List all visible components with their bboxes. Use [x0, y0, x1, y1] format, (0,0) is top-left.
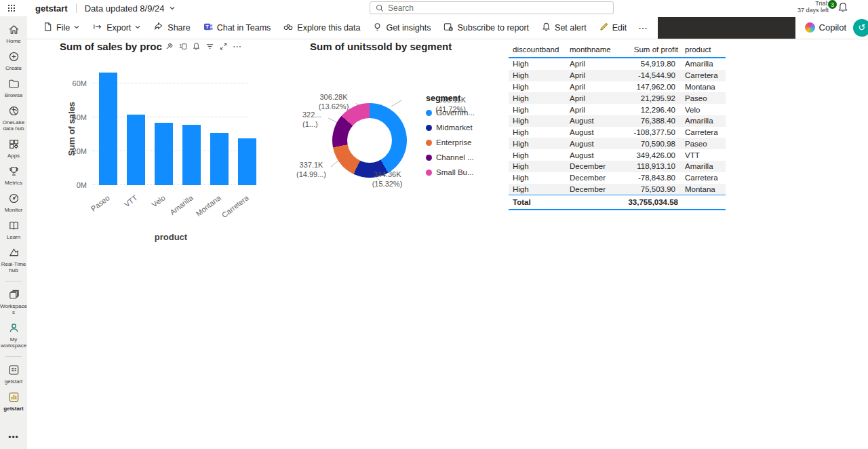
table-visual[interactable]: discountbandmonthnameSum of profitproduc…: [509, 41, 726, 231]
column-header-product[interactable]: product: [681, 41, 723, 57]
menu-item-label: File: [56, 23, 70, 33]
table-row[interactable]: HighAugust76,388.40Amarilla: [509, 115, 726, 127]
table-row[interactable]: HighApril147,962.00Montana: [509, 81, 726, 93]
legend-label: Channel ...: [436, 153, 474, 161]
bar-montana[interactable]: [210, 133, 229, 186]
sidebar-item-getstart[interactable]: getstart: [0, 391, 27, 412]
table-cell: High: [509, 115, 566, 127]
table-row[interactable]: HighAugust70,590.98Paseo: [509, 138, 726, 149]
menu-item-get-insights[interactable]: Get insights: [366, 18, 437, 37]
left-nav-sidebar: HomeCreateBrowseOneLake data hubAppsMetr…: [0, 16, 27, 449]
account-avatar[interactable]: ↺: [853, 19, 868, 37]
bar-chart-title: Sum of sales by proc: [60, 41, 162, 52]
sidebar-item-learn[interactable]: Learn: [0, 219, 27, 240]
table-row[interactable]: HighAugust349,426.00VTT: [509, 149, 726, 161]
column-header-monthname[interactable]: monthname: [566, 41, 616, 57]
report-name[interactable]: getstart: [35, 3, 68, 14]
table-row[interactable]: HighApril21,295.92Paseo: [509, 92, 726, 104]
sidebar-item-home[interactable]: Home: [0, 23, 27, 44]
menu-item-edit[interactable]: Edit: [593, 18, 633, 37]
workspaces-icon: [7, 288, 20, 301]
bar-velo[interactable]: [155, 123, 173, 186]
table-row[interactable]: HighApril54,919.80Amarilla: [509, 58, 726, 70]
sidebar-item-create[interactable]: Create: [0, 50, 27, 71]
bar-amarilla[interactable]: [182, 125, 201, 186]
donut-chart-visual[interactable]: Sum of unitssold by segment 938.11K (41.…: [298, 41, 509, 203]
sidebar-more-button[interactable]: •••: [8, 433, 19, 442]
pin-icon[interactable]: [165, 42, 174, 51]
menu-item-set-alert[interactable]: Set alert: [535, 18, 593, 37]
sidebar-item-getstart[interactable]: getstart: [0, 364, 27, 385]
bar-paseo[interactable]: [99, 73, 117, 185]
sidebar-item-onelake-data-hub[interactable]: OneLake data hub: [0, 104, 27, 132]
menu-item-label: Share: [167, 23, 190, 33]
sidebar-item-label: Real-Time hub: [0, 261, 27, 273]
copilot-icon: [805, 22, 815, 33]
notification-count-badge: 3: [828, 0, 837, 9]
table-cell: High: [509, 104, 566, 115]
sidebar-item-label: Workspaces: [0, 303, 27, 315]
menu-item-export[interactable]: Export: [86, 18, 147, 37]
legend-item-enterprise[interactable]: Enterprise: [426, 138, 507, 147]
table-row[interactable]: HighAugust-108,377.50Carretera: [509, 127, 726, 138]
sidebar-item-metrics[interactable]: Metrics: [0, 165, 27, 186]
table-cell: Velo: [681, 104, 723, 115]
bar-carretera[interactable]: [238, 138, 256, 186]
table-row[interactable]: HighDecember75,503.90Montana: [509, 184, 726, 195]
search-icon: [376, 4, 384, 12]
sidebar-item-my-workspace[interactable]: My workspace: [0, 321, 27, 349]
notifications-button[interactable]: 3: [837, 1, 850, 15]
report-action-bar: FileExportShareTChat in TeamsExplore thi…: [27, 16, 868, 39]
data-updated-menu[interactable]: Data updated 8/9/24: [85, 3, 176, 14]
menu-item-share[interactable]: Share: [147, 18, 196, 37]
legend-color-dot: [426, 170, 432, 176]
more-options-icon[interactable]: ⋯: [233, 41, 242, 52]
create-icon: [7, 50, 20, 63]
table-cell: High: [509, 172, 566, 184]
menu-item-explore-this-data[interactable]: Explore this data: [277, 18, 366, 37]
sidebar-item-monitor[interactable]: Monitor: [0, 192, 27, 213]
table-cell: Montana: [681, 184, 723, 195]
menu-item-file[interactable]: File: [37, 18, 86, 37]
app-launcher-button[interactable]: [0, 1, 23, 16]
copy-visual-icon[interactable]: 1: [178, 42, 187, 51]
bar-vtt[interactable]: [127, 115, 145, 185]
filter-icon[interactable]: [205, 42, 214, 51]
donut-ring[interactable]: [332, 103, 407, 178]
table-cell: Carretera: [681, 172, 723, 184]
menu-item-label: Subscribe to report: [457, 23, 529, 33]
legend-item-channel-partners[interactable]: Channel ...: [426, 153, 507, 161]
sidebar-item-label: Metrics: [0, 180, 27, 186]
search-input[interactable]: [388, 3, 578, 13]
column-header-sum-of-profit[interactable]: Sum of profit: [616, 41, 681, 57]
total-label: Total: [509, 195, 566, 209]
bell-icon: [541, 22, 551, 34]
bell-icon: [837, 1, 849, 14]
dark-overlay-block: [658, 17, 795, 39]
copilot-button[interactable]: Copilot: [795, 22, 853, 33]
table-cell: Paseo: [681, 92, 723, 104]
table-row[interactable]: HighApril12,296.40Velo: [509, 104, 726, 115]
monitor-icon: [7, 192, 20, 205]
menu-item-chat-in-teams[interactable]: TChat in Teams: [197, 18, 277, 37]
focus-mode-icon[interactable]: [219, 42, 228, 51]
menu-item-subscribe-to-report[interactable]: Subscribe to report: [437, 18, 535, 37]
sidebar-item-real-time-hub[interactable]: Real-Time hub: [0, 246, 27, 273]
sidebar-item-label: getstart: [0, 378, 27, 385]
sidebar-item-workspaces[interactable]: Workspaces: [0, 288, 27, 315]
alert-bell-icon[interactable]: [192, 42, 201, 51]
table-row[interactable]: HighApril-14,544.90Carretera: [509, 70, 726, 81]
table-row[interactable]: HighDecember-78,843.80Carretera: [509, 172, 726, 184]
legend-item-midmarket[interactable]: Midmarket: [426, 123, 507, 132]
legend-item-government[interactable]: Governm...: [426, 109, 507, 117]
sidebar-item-browse[interactable]: Browse: [0, 77, 27, 98]
legend-item-small-business[interactable]: Small Bu...: [426, 168, 507, 176]
table-row[interactable]: HighDecember118,913.10Amarilla: [509, 161, 726, 172]
sidebar-item-apps[interactable]: Apps: [0, 138, 27, 159]
column-header-discountband[interactable]: discountband: [509, 41, 566, 57]
table-cell: 147,962.00: [616, 81, 681, 93]
menu-more-options-button[interactable]: ⋯: [633, 22, 654, 33]
table-header-row[interactable]: discountbandmonthnameSum of profitproduc…: [509, 41, 726, 58]
search-box[interactable]: [370, 1, 614, 14]
bar-chart-visual[interactable]: Sum of sales by proc 1 ⋯ Sum of sales 0M…: [60, 41, 263, 237]
